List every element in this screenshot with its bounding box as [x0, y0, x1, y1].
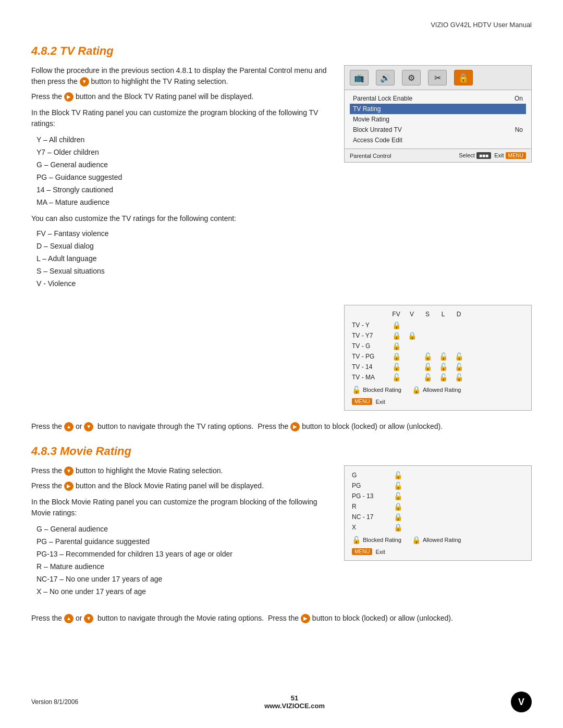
lock-icon: 🔒 — [394, 523, 402, 532]
legend-allowed: 🔒 Allowed Rating — [412, 386, 461, 394]
list-item: FV – Fantasy violence — [36, 228, 328, 239]
lock-icon: 🔓 — [455, 373, 463, 381]
menu-icon-misc: ✂ — [428, 70, 447, 85]
movie-para2: Press the ▶ button and the Block Movie R… — [31, 480, 328, 491]
grid-header: FV V S L D — [352, 311, 524, 318]
blocked-legend-icon: 🔓 — [352, 386, 361, 394]
lock-icon: 🔓 — [394, 482, 402, 490]
list-item: 14 – Strongly cautioned — [36, 184, 328, 195]
lock-icon: 🔒 — [392, 342, 401, 350]
right-btn3: ▶ — [301, 614, 310, 623]
menu-body: Parental Lock Enable On TV Rating Movie … — [345, 90, 531, 149]
footer-center: 51 www.VIZIOCE.com — [264, 694, 325, 710]
list-item: Y7 – Older children — [36, 147, 328, 158]
menu-icons-row: 📺 🔊 ⚙ ✂ 🔒 — [345, 66, 531, 90]
up-btn2: ▲ — [64, 614, 74, 623]
tv-para4: You can also customize the TV ratings fo… — [31, 213, 328, 224]
down-btn: ▼ — [84, 422, 93, 431]
legend-blocked: 🔓 Blocked Rating — [352, 386, 401, 394]
menu-footer-label: Parental Control — [350, 153, 391, 159]
grid-row-tv-ma: TV - MA 🔓 🔓 🔓 🔓 — [352, 373, 524, 381]
menu-badge: MENU — [352, 398, 372, 405]
website: www.VIZIOCE.com — [264, 702, 325, 710]
movie-grid-footer: MENU Exit — [352, 548, 524, 555]
lock-icon: 🔒 — [394, 502, 402, 511]
list-item: Y – All children — [36, 134, 328, 145]
movie-para1: Press the ▼ button to highlight the Movi… — [31, 465, 328, 476]
rating-legend: 🔓 Blocked Rating 🔒 Allowed Rating — [352, 386, 524, 394]
page-number: 51 — [264, 694, 325, 702]
lock-icon: 🔓 — [423, 363, 432, 371]
header-title: VIZIO GV42L HDTV User Manual — [31, 21, 532, 29]
select-badge: ■■■ — [476, 152, 491, 159]
manual-title: VIZIO GV42L HDTV User Manual — [431, 21, 532, 29]
menu-row-tv-rating[interactable]: TV Rating — [350, 104, 526, 114]
list-item: NC-17 – No one under 17 years of age — [36, 574, 328, 585]
tv-rating-left: Follow the procedure in the previous sec… — [31, 65, 328, 294]
movie-legend-blocked: 🔓 Blocked Rating — [352, 536, 401, 544]
grid-row-tv-y: TV - Y 🔒 — [352, 321, 524, 329]
menu-row-access-code: Access Code Edit — [350, 135, 526, 145]
movie-row-pg13: PG - 13 🔓 — [352, 492, 524, 500]
movie-legend-allowed: 🔒 Allowed Rating — [412, 536, 461, 544]
list-item: PG – Parental guidance suggested — [36, 536, 328, 547]
tv-nav-note: Press the ▲ or ▼ button to navigate thro… — [31, 421, 532, 432]
lock-icon: 🔒 — [392, 331, 401, 340]
right-btn2: ▶ — [64, 482, 74, 491]
tv-rating-grid-col: FV V S L D TV - Y 🔒 TV - Y7 — [344, 305, 532, 411]
tv-para2: Press the ▶ button and the Block TV Rati… — [31, 91, 328, 102]
grid-row-tv-pg: TV - PG 🔒 🔓 🔓 🔓 — [352, 352, 524, 361]
right-btn: ▶ — [290, 422, 300, 431]
movie-rating-legend: 🔓 Blocked Rating 🔒 Allowed Rating — [352, 536, 524, 544]
page-footer: Version 8/1/2006 51 www.VIZIOCE.com V — [31, 692, 532, 712]
tv-menu-panel-col: 📺 🔊 ⚙ ✂ 🔒 Parental Lock Enable On TV Rat… — [344, 65, 532, 294]
menu-icon-settings: ⚙ — [402, 70, 421, 85]
tv-para3: In the Block TV Rating panel you can cus… — [31, 107, 328, 129]
tv-content-list: FV – Fantasy violence D – Sexual dialog … — [31, 228, 328, 289]
lock-icon: 🔒 — [394, 513, 402, 521]
menu-row-parental-lock: Parental Lock Enable On — [350, 93, 526, 104]
tv-para1: Follow the procedure in the previous sec… — [31, 65, 328, 87]
movie-para3: In the Block Movie Rating panel you can … — [31, 497, 328, 519]
menu-badge2: MENU — [352, 548, 372, 555]
lock-icon: 🔒 — [408, 331, 417, 340]
movie-rating-section: Press the ▼ button to highlight the Movi… — [31, 465, 532, 602]
grid-row-tv-g: TV - G 🔒 — [352, 342, 524, 350]
tv-rating-section: Follow the procedure in the previous sec… — [31, 65, 532, 294]
lock-icon: 🔒 — [392, 321, 401, 329]
movie-grid-col: G 🔓 PG 🔓 PG - 13 🔓 R 🔒 — [344, 465, 532, 602]
list-item: S – Sexual situations — [36, 266, 328, 277]
list-item: D – Sexual dialog — [36, 241, 328, 252]
menu-icon-tv: 📺 — [350, 70, 369, 85]
page: VIZIO GV42L HDTV User Manual 4.8.2 TV Ra… — [0, 0, 563, 728]
grid-row-tv-y7: TV - Y7 🔒 🔒 — [352, 331, 524, 340]
tv-ratings-list: Y – All children Y7 – Older children G –… — [31, 134, 328, 208]
list-item: PG – Guidance suggested — [36, 172, 328, 183]
lock-icon: 🔓 — [394, 492, 402, 500]
list-item: MA – Mature audience — [36, 197, 328, 208]
up-btn: ▲ — [64, 422, 74, 431]
list-item: L – Adult language — [36, 253, 328, 264]
movie-rating-left: Press the ▼ button to highlight the Movi… — [31, 465, 328, 602]
tv-menu-panel: 📺 🔊 ⚙ ✂ 🔒 Parental Lock Enable On TV Rat… — [344, 65, 532, 163]
lock-icon: 🔓 — [423, 373, 432, 381]
lock-icon: 🔓 — [439, 363, 448, 371]
section-movie-rating-heading: 4.8.3 Movie Rating — [31, 445, 532, 458]
lock-icon: 🔓 — [394, 471, 402, 479]
tv-rating-grid-section: FV V S L D TV - Y 🔒 TV - Y7 — [31, 305, 532, 411]
down-btn-inline: ▼ — [80, 77, 89, 87]
vizio-logo: V — [511, 692, 532, 712]
movie-ratings-list: G – General audience PG – Parental guida… — [31, 524, 328, 597]
menu-row-movie-rating: Movie Rating — [350, 114, 526, 125]
list-item: V - Violence — [36, 278, 328, 289]
down-btn3: ▼ — [84, 614, 93, 623]
movie-rating-grid: G 🔓 PG 🔓 PG - 13 🔓 R 🔒 — [344, 465, 532, 561]
movie-row-g: G 🔓 — [352, 471, 524, 479]
menu-row-block-unrated: Block Unrated TV No — [350, 125, 526, 135]
movie-row-x: X 🔒 — [352, 523, 524, 532]
lock-icon: 🔓 — [439, 373, 448, 381]
lock-icon: 🔓 — [455, 363, 463, 371]
movie-nav-note: Press the ▲ or ▼ button to navigate thro… — [31, 613, 532, 624]
movie-row-r: R 🔒 — [352, 502, 524, 511]
down-btn2: ▼ — [64, 466, 74, 476]
